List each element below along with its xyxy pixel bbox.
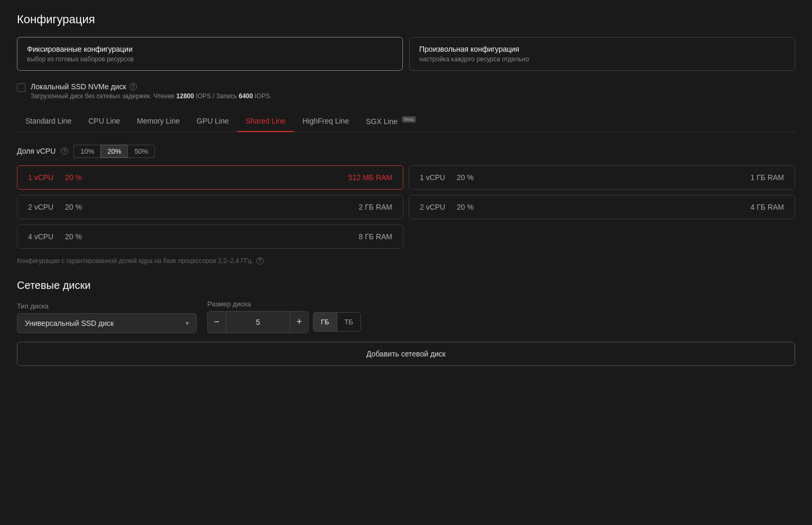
- page-title: Конфигурация: [17, 13, 795, 26]
- unit-toggle: ГБ ТБ: [313, 312, 361, 332]
- config-card-fixed-title: Фиксированные конфигурации: [27, 45, 393, 53]
- local-ssd-label: Локальный SSD NVMe диск: [31, 82, 126, 91]
- config-percent-0: 20 %: [65, 173, 97, 182]
- config-card-custom[interactable]: Произвольная конфигурация настройка кажд…: [409, 37, 795, 71]
- disk-size-plus-button[interactable]: +: [290, 311, 309, 333]
- tab-shared[interactable]: Shared Line: [237, 111, 294, 132]
- config-percent-3: 20 %: [457, 203, 488, 211]
- network-disks-title: Сетевые диски: [17, 279, 795, 292]
- percent-btn-10[interactable]: 10%: [73, 145, 100, 158]
- config-percent-4: 20 %: [65, 232, 97, 241]
- local-ssd-help-icon[interactable]: ?: [130, 83, 137, 90]
- config-card-fixed-desc: выбор из готовых наборов ресурсов: [27, 55, 393, 63]
- config-card-custom-title: Произвольная конфигурация: [419, 45, 785, 53]
- unit-tb-button[interactable]: ТБ: [337, 312, 361, 332]
- config-row-0[interactable]: 1 vCPU 20 % 512 МБ RAM: [17, 165, 403, 190]
- config-card-custom-desc: настройка каждого ресурса отдельно: [419, 55, 785, 63]
- percent-btn-50[interactable]: 50%: [127, 145, 155, 158]
- vcpu-section: Доля vCPU ? 10% 20% 50% 1 vCPU 20 % 512 …: [17, 145, 795, 265]
- config-ram-2: 2 ГБ RAM: [359, 203, 392, 211]
- tab-bar: Standard Line CPU Line Memory Line GPU L…: [17, 111, 795, 132]
- add-disk-button[interactable]: Добавить сетевой диск: [17, 342, 795, 366]
- tab-gpu[interactable]: GPU Line: [188, 111, 237, 132]
- disk-type-select[interactable]: Универсальный SSD диск ▾: [17, 313, 197, 333]
- percent-btn-20[interactable]: 20%: [100, 145, 127, 158]
- disk-size-value: 5: [226, 311, 290, 333]
- disk-size-controls: − 5 +: [207, 311, 309, 333]
- config-ram-3: 4 ГБ RAM: [751, 203, 784, 211]
- disk-type-field: Тип диска Универсальный SSD диск ▾: [17, 302, 197, 333]
- config-hint-help-icon[interactable]: ?: [256, 257, 264, 265]
- disk-type-label: Тип диска: [17, 302, 197, 310]
- tab-highfreq[interactable]: HighFreq Line: [294, 111, 357, 132]
- tab-cpu[interactable]: CPU Line: [80, 111, 128, 132]
- local-ssd-checkbox[interactable]: [17, 83, 25, 92]
- config-row-3[interactable]: 2 vCPU 20 % 4 ГБ RAM: [409, 195, 795, 219]
- disk-size-label: Размер диска: [207, 300, 361, 308]
- disk-size-minus-button[interactable]: −: [207, 311, 226, 333]
- chevron-down-icon: ▾: [186, 320, 189, 327]
- local-ssd-section: Локальный SSD NVMe диск ? Загрузочный ди…: [17, 82, 795, 100]
- beta-badge: Beta: [402, 116, 416, 123]
- config-percent-2: 20 %: [65, 203, 97, 211]
- config-card-fixed[interactable]: Фиксированные конфигурации выбор из гото…: [17, 37, 403, 71]
- config-vcpu-4: 4 vCPU: [28, 232, 65, 241]
- config-row-1[interactable]: 1 vCPU 20 % 1 ГБ RAM: [409, 165, 795, 190]
- config-row-4[interactable]: 4 vCPU 20 % 8 ГБ RAM: [17, 224, 403, 249]
- unit-gb-button[interactable]: ГБ: [313, 312, 337, 332]
- config-vcpu-1: 1 vCPU: [420, 173, 457, 182]
- config-percent-1: 20 %: [457, 173, 488, 182]
- tab-memory[interactable]: Memory Line: [128, 111, 188, 132]
- config-ram-1: 1 ГБ RAM: [751, 173, 784, 182]
- percent-buttons: 10% 20% 50%: [73, 145, 155, 158]
- config-ram-0: 512 МБ RAM: [348, 173, 392, 182]
- config-hint: Конфигурации с гарантированной долей ядр…: [17, 257, 795, 265]
- config-vcpu-2: 2 vCPU: [28, 203, 65, 211]
- config-cards: Фиксированные конфигурации выбор из гото…: [17, 37, 795, 71]
- config-vcpu-3: 2 vCPU: [420, 203, 457, 211]
- disk-size-field: Размер диска − 5 + ГБ ТБ: [207, 300, 361, 333]
- config-vcpu-0: 1 vCPU: [28, 173, 65, 182]
- tab-standard[interactable]: Standard Line: [17, 111, 80, 132]
- config-ram-4: 8 ГБ RAM: [359, 232, 392, 241]
- vcpu-help-icon[interactable]: ?: [61, 147, 68, 155]
- tab-sgx[interactable]: SGX Line Beta: [357, 111, 424, 132]
- local-ssd-desc: Загрузочный диск без сетевых задержек. Ч…: [31, 92, 272, 100]
- config-grid: 1 vCPU 20 % 512 МБ RAM 1 vCPU 20 % 1 ГБ …: [17, 165, 795, 249]
- vcpu-label: Доля vCPU: [17, 147, 56, 155]
- disk-controls: Тип диска Универсальный SSD диск ▾ Разме…: [17, 300, 795, 333]
- config-row-2[interactable]: 2 vCPU 20 % 2 ГБ RAM: [17, 195, 403, 219]
